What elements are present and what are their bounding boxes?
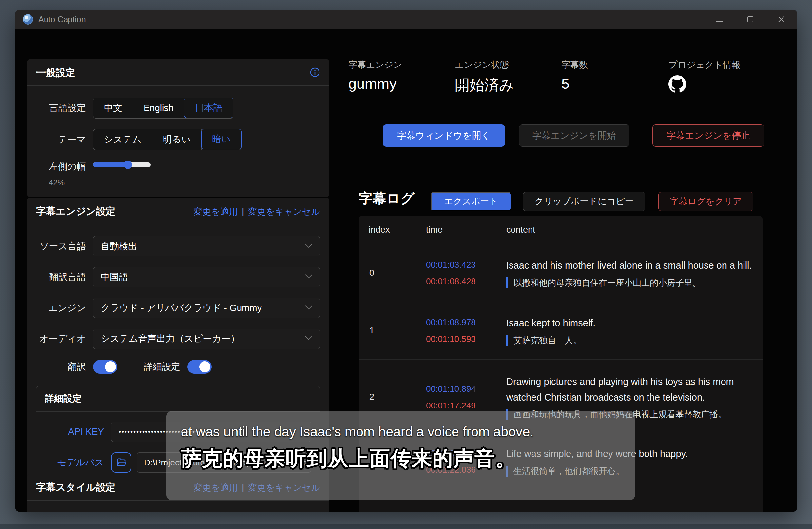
table-header: index time content (359, 216, 763, 244)
engine-value: クラウド - アリババクラウド - Gummy (101, 302, 262, 314)
advanced-toggle-label: 詳細設定 (137, 361, 180, 373)
clear-log-button[interactable]: 字幕ログをクリア (658, 192, 753, 211)
language-option-en[interactable]: English (133, 98, 185, 118)
chevron-down-icon (305, 274, 313, 280)
state-stat-label: エンジン状態 (455, 59, 561, 71)
engine-select[interactable]: クラウド - アリババクラウド - Gummy (93, 298, 320, 318)
count-stat-label: 字幕数 (561, 59, 668, 71)
api-key-label: API KEY (45, 426, 104, 437)
target-language-label: 翻訳言語 (36, 271, 86, 283)
slider-thumb[interactable] (124, 161, 132, 169)
toggle-knob (105, 361, 116, 372)
general-settings-card: 一般設定 言語設定 中文 English 日本語 テーマ (27, 59, 329, 197)
cell-index: 0 (359, 268, 416, 278)
cell-start-time: 00:01:10.894 (426, 384, 498, 394)
source-language-value: 自動検出 (101, 240, 137, 252)
subtitle-overlay-window[interactable]: at was until the day Isaac's mom heard a… (166, 411, 635, 500)
status-bar: 字幕エンジン gummy エンジン状態 開始済み 字幕数 5 プロジェクト情報 (348, 59, 741, 97)
cell-index: 1 (359, 326, 416, 336)
maximize-icon (748, 16, 753, 22)
source-language-select[interactable]: 自動検出 (93, 236, 320, 256)
minimize-button[interactable] (715, 15, 724, 24)
caption-log-title: 字幕ログ (359, 189, 415, 208)
left-width-value: 42% (36, 178, 86, 187)
cell-end-time: 00:01:17.249 (426, 401, 498, 411)
copy-to-clipboard-button[interactable]: クリップボードにコピー (523, 192, 645, 211)
column-header-time: time (416, 225, 498, 235)
stop-engine-button[interactable]: 字幕エンジンを停止 (652, 124, 764, 147)
model-path-label: モデルパス (45, 456, 104, 469)
info-icon[interactable] (310, 67, 320, 79)
language-option-zh[interactable]: 中文 (93, 98, 133, 118)
app-title: Auto Caption (38, 15, 86, 24)
subtitle-translated-text: 萨克的母亲听到从上面传来的声音。 (181, 445, 621, 472)
audio-select[interactable]: システム音声出力（スピーカー） (93, 328, 320, 349)
cancel-changes-link[interactable]: 変更をキャンセル (248, 206, 320, 218)
start-engine-button[interactable]: 字幕エンジンを開始 (519, 124, 629, 147)
engine-settings-title: 字幕エンジン設定 (36, 205, 116, 218)
header-divider (498, 223, 498, 236)
maximize-button[interactable] (746, 15, 755, 24)
theme-option-system[interactable]: システム (93, 129, 153, 150)
language-setting-label: 言語設定 (36, 102, 86, 114)
log-actions: エクスポート クリップボードにコピー 字幕ログをクリア (431, 192, 753, 211)
main-actions: 字幕ウィンドウを開く 字幕エンジンを開始 字幕エンジンを停止 (383, 124, 764, 147)
cell-start-time: 00:01:08.978 (426, 318, 498, 327)
minimize-icon (716, 21, 723, 22)
language-segmented-control: 中文 English 日本語 (93, 98, 233, 119)
engine-stat-value: gummy (348, 75, 455, 92)
engine-stat-label: 字幕エンジン (348, 59, 455, 71)
cell-text: Isaac kept to himself. (506, 315, 753, 331)
left-width-slider[interactable] (93, 161, 151, 169)
folder-open-icon (116, 457, 127, 468)
language-option-ja[interactable]: 日本語 (184, 98, 233, 118)
toggle-knob (199, 361, 211, 372)
column-header-index: index (359, 225, 416, 235)
audio-label: オーディオ (36, 333, 86, 345)
left-width-label: 左側の幅 (36, 161, 86, 173)
chevron-down-icon (305, 244, 313, 249)
translate-toggle[interactable] (93, 360, 117, 374)
chevron-down-icon (305, 336, 313, 342)
style-settings-title: 字幕スタイル設定 (36, 481, 116, 494)
cell-start-time: 00:01:03.423 (426, 260, 498, 270)
open-caption-window-button[interactable]: 字幕ウィンドウを開く (383, 124, 505, 147)
audio-value: システム音声出力（スピーカー） (101, 333, 240, 345)
apply-changes-link[interactable]: 変更を適用 (194, 206, 238, 218)
source-language-label: ソース言語 (36, 240, 86, 252)
cell-translation: 艾萨克独自一人。 (506, 335, 753, 346)
theme-option-light[interactable]: 明るい (153, 129, 202, 150)
state-stat-value: 開始済み (455, 75, 561, 95)
close-icon (778, 16, 785, 23)
slider-fill (93, 162, 128, 167)
general-settings-title: 一般設定 (36, 66, 75, 79)
theme-option-dark[interactable]: 暗い (201, 129, 242, 149)
column-header-content: content (498, 225, 763, 235)
translate-toggle-label: 翻訳 (36, 361, 86, 373)
theme-label: テーマ (36, 133, 86, 146)
cell-text: Isaac and his mother lived alone in a sm… (506, 258, 753, 274)
count-stat-value: 5 (561, 75, 668, 92)
cell-text: Drawing pictures and playing with his to… (506, 374, 753, 406)
table-row: 1 00:01:08.978 00:01:10.593 Isaac kept t… (359, 302, 763, 359)
browse-folder-button[interactable] (111, 452, 131, 473)
close-button[interactable] (777, 15, 786, 24)
target-language-value: 中国語 (101, 271, 128, 283)
theme-segmented-control: システム 明るい 暗い (93, 129, 242, 150)
cell-end-time: 00:01:10.593 (426, 334, 498, 344)
export-button[interactable]: エクスポート (431, 192, 511, 211)
advanced-settings-title: 詳細設定 (45, 393, 311, 405)
chevron-down-icon (305, 305, 313, 311)
table-row: 0 00:01:03.423 00:01:08.428 Isaac and hi… (359, 244, 763, 302)
link-separator: | (242, 206, 244, 217)
cell-end-time: 00:01:08.428 (426, 277, 498, 286)
target-language-select[interactable]: 中国語 (93, 267, 320, 287)
subtitle-original-text: at was until the day Isaac's mom heard a… (181, 424, 621, 440)
header-divider (416, 223, 417, 236)
app-logo-icon (23, 14, 33, 25)
engine-label: エンジン (36, 302, 86, 314)
advanced-settings-toggle[interactable] (187, 360, 212, 374)
github-icon[interactable] (668, 75, 741, 97)
project-info-label: プロジェクト情報 (668, 59, 741, 71)
desktop-bottom-strip (0, 524, 812, 529)
